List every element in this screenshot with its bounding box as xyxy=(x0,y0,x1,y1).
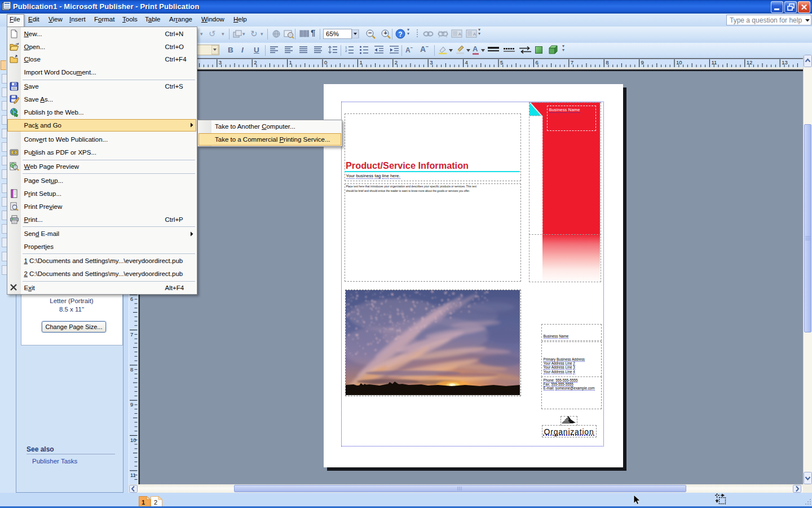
svg-text:2: 2 xyxy=(345,49,347,52)
svg-text:7: 7 xyxy=(130,331,133,338)
svg-text:6: 6 xyxy=(535,59,538,65)
svg-text:3: 3 xyxy=(430,59,433,65)
svg-text:8: 8 xyxy=(606,59,608,65)
svg-text:5: 5 xyxy=(500,59,503,65)
svg-text:1: 1 xyxy=(359,59,362,65)
svg-text:6: 6 xyxy=(130,296,133,302)
svg-text:4: 4 xyxy=(465,59,468,65)
svg-text:13: 13 xyxy=(782,59,788,65)
svg-text:2: 2 xyxy=(395,59,398,65)
svg-text:10: 10 xyxy=(130,437,136,443)
svg-text:0: 0 xyxy=(324,59,327,65)
svg-text:3: 3 xyxy=(219,59,222,65)
svg-text:7: 7 xyxy=(571,59,573,65)
svg-text:2: 2 xyxy=(254,59,257,65)
svg-text:?: ? xyxy=(398,30,402,38)
svg-text:8: 8 xyxy=(130,366,133,373)
svg-text:9: 9 xyxy=(130,401,133,408)
svg-text:12: 12 xyxy=(747,59,753,65)
svg-text:9: 9 xyxy=(641,59,644,65)
svg-text:1: 1 xyxy=(142,499,145,506)
svg-text:A: A xyxy=(458,32,462,37)
svg-text:A: A xyxy=(473,32,476,37)
svg-text:2: 2 xyxy=(154,499,157,506)
svg-text:1: 1 xyxy=(289,59,292,65)
svg-text:11: 11 xyxy=(711,59,717,65)
svg-text:11: 11 xyxy=(130,472,136,478)
svg-text:10: 10 xyxy=(676,59,682,65)
